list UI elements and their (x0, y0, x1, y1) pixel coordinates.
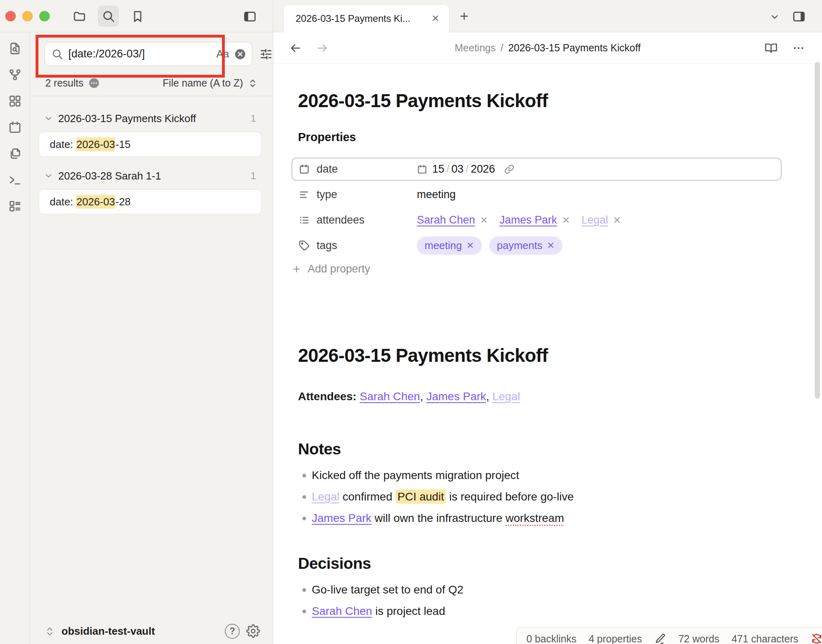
internal-link[interactable]: James Park (312, 512, 372, 524)
link-icon[interactable] (504, 164, 515, 175)
sort-order-control[interactable]: File name (A to Z) (163, 77, 258, 89)
date-separator: / (446, 163, 450, 175)
tag-pill[interactable]: meeting (417, 236, 482, 255)
note-title: 2026-03-15 Payments Kickoff (298, 89, 782, 112)
bookmark-icon[interactable] (127, 6, 148, 27)
text-segment: , (420, 390, 427, 403)
attendee-chip: Legal (581, 214, 621, 226)
remove-icon[interactable] (562, 215, 570, 226)
property-row-tags[interactable]: tags meeting payments (292, 234, 782, 257)
list-item: Sarah Chen is project lead (298, 600, 782, 622)
property-row-type[interactable]: type meeting (292, 183, 782, 206)
date-day[interactable]: 15 (432, 163, 444, 175)
date-year[interactable]: 2026 (471, 163, 495, 175)
add-property-button[interactable]: Add property (292, 263, 782, 275)
collapse-chevron-icon[interactable] (44, 114, 53, 123)
character-count: 471 characters (731, 633, 798, 644)
properties-count[interactable]: 4 properties (589, 633, 642, 644)
search-settings-icon[interactable] (258, 46, 273, 62)
breadcrumb-parent[interactable]: Meetings (455, 42, 496, 54)
match-post: -28 (115, 196, 131, 208)
layout-grid-icon[interactable] (8, 94, 22, 108)
search-input[interactable] (68, 48, 211, 60)
edit-icon[interactable] (654, 633, 666, 644)
property-row-attendees[interactable]: attendees Sarah Chen James Park Legal (292, 209, 782, 232)
date-month[interactable]: 03 (452, 163, 464, 175)
match-highlight: 2026-03 (76, 195, 115, 209)
reading-view-icon[interactable] (765, 42, 778, 55)
property-row-date[interactable]: date 15/03/2026 (292, 158, 782, 181)
file-search-icon[interactable] (8, 41, 22, 56)
result-match-count: 1 (251, 113, 256, 124)
internal-link[interactable]: Sarah Chen (312, 605, 372, 617)
backlinks-count[interactable]: 0 backlinks (526, 633, 577, 644)
folder-icon[interactable] (69, 6, 90, 27)
property-key: date (299, 163, 417, 175)
ellipsis-circle-icon[interactable] (88, 77, 100, 89)
sort-order-label: File name (A to Z) (163, 77, 243, 89)
remove-icon[interactable] (547, 240, 555, 251)
minimize-window-button[interactable] (22, 11, 33, 21)
left-pane: Aa 2 results File name (A to Z) (0, 0, 273, 644)
internal-link[interactable]: James Park (426, 390, 486, 403)
note-content: 2026-03-15 Payments Kickoff Properties d… (273, 64, 822, 644)
notes-heading: Notes (298, 439, 782, 459)
search-match[interactable]: date: 2026-03-15 (39, 132, 262, 157)
remove-icon[interactable] (480, 215, 488, 226)
internal-link[interactable]: Legal (312, 490, 340, 503)
list-icon (299, 215, 310, 226)
forward-icon[interactable] (316, 42, 328, 54)
search-match[interactable]: date: 2026-03-28 (39, 189, 262, 214)
layout-list-icon[interactable] (8, 199, 22, 213)
remove-icon[interactable] (467, 240, 474, 251)
vault-name[interactable]: obsidian-test-vault (61, 625, 155, 638)
graph-icon[interactable] (8, 68, 22, 82)
search-icon (51, 48, 63, 60)
new-tab-icon[interactable] (459, 11, 471, 23)
internal-link[interactable]: Sarah Chen (359, 390, 420, 403)
internal-link[interactable]: Sarah Chen (417, 214, 475, 226)
clear-search-icon[interactable] (234, 48, 246, 60)
text-segment: PCI audit (395, 490, 446, 504)
date-picker-icon[interactable] (417, 164, 427, 175)
match-highlight: 2026-03 (76, 137, 115, 151)
zoom-window-button[interactable] (39, 11, 50, 21)
tag-label: payments (497, 239, 543, 252)
vault-switcher-icon[interactable] (44, 626, 55, 637)
sidebar-left-toggle-icon[interactable] (241, 8, 258, 25)
scrollbar-thumb[interactable] (815, 62, 820, 399)
traffic-lights (5, 11, 50, 21)
collapse-chevron-icon[interactable] (44, 171, 53, 181)
internal-link[interactable]: James Park (499, 214, 557, 226)
tab-active[interactable]: 2026-03-15 Payments Ki... (283, 4, 450, 32)
result-group[interactable]: 2026-03-15 Payments Kickoff 1 (39, 108, 263, 129)
match-post: -15 (115, 138, 131, 150)
close-window-button[interactable] (5, 11, 16, 21)
tag-pill[interactable]: payments (489, 236, 562, 255)
sidebar-right-toggle-icon[interactable] (790, 8, 807, 25)
result-group[interactable]: 2026-03-28 Sarah 1-1 1 (39, 166, 263, 186)
property-key: attendees (299, 214, 417, 226)
settings-gear-icon[interactable] (246, 624, 261, 639)
match-pre: date: (50, 138, 76, 150)
internal-link[interactable]: Legal (492, 390, 520, 403)
sync-disabled-icon[interactable] (811, 633, 822, 644)
property-value[interactable]: meeting (417, 188, 456, 201)
tab-list-chevron-icon[interactable] (769, 12, 780, 22)
calendar-icon[interactable] (8, 120, 22, 135)
date-value[interactable]: 15/03/2026 (417, 163, 515, 175)
remove-icon[interactable] (613, 215, 621, 226)
help-icon[interactable]: ? (225, 624, 240, 639)
match-case-toggle[interactable]: Aa (216, 48, 229, 60)
back-icon[interactable] (289, 42, 302, 54)
text-segment: Kicked off the payments migration projec… (312, 469, 519, 481)
more-options-icon[interactable] (792, 42, 805, 55)
breadcrumb-current[interactable]: 2026-03-15 Payments Kickoff (508, 42, 641, 54)
terminal-icon[interactable] (8, 173, 22, 187)
internal-link[interactable]: Legal (581, 214, 608, 226)
property-key: tags (299, 239, 417, 252)
search-icon[interactable] (98, 6, 119, 27)
tag-label: meeting (425, 239, 462, 252)
close-tab-icon[interactable] (431, 13, 441, 24)
copy-files-icon[interactable] (8, 146, 22, 161)
